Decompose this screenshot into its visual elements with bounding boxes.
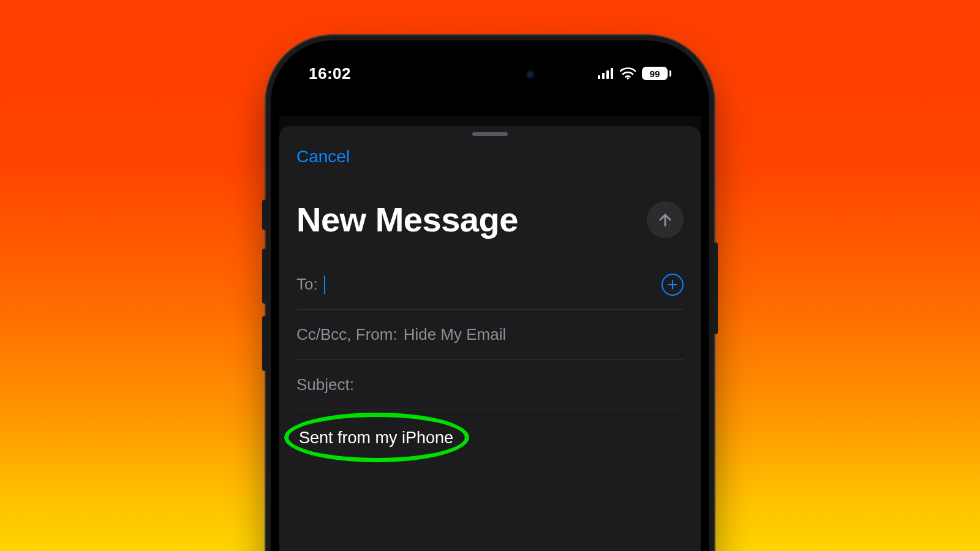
sheet-grabber[interactable]	[472, 132, 508, 136]
battery-icon: 99	[642, 67, 671, 80]
to-field[interactable]: To:	[296, 260, 684, 310]
plus-icon	[666, 279, 679, 291]
message-body[interactable]: Sent from my iPhone	[296, 410, 684, 449]
send-button[interactable]	[647, 201, 684, 238]
dynamic-island	[432, 60, 548, 91]
status-icons: 99	[598, 67, 671, 80]
svg-rect-1	[602, 73, 605, 79]
compose-title: New Message	[296, 200, 518, 239]
subject-field[interactable]: Subject:	[296, 360, 684, 410]
volume-up-button[interactable]	[262, 249, 267, 304]
compose-sheet: Cancel New Message To:	[279, 126, 701, 551]
cellular-icon	[598, 68, 614, 79]
cc-bcc-from-field[interactable]: Cc/Bcc, From: Hide My Email	[296, 310, 684, 360]
power-button[interactable]	[713, 242, 718, 334]
to-label: To:	[296, 275, 318, 294]
front-camera-icon	[526, 70, 536, 80]
subject-label: Subject:	[296, 375, 354, 394]
text-cursor	[324, 276, 325, 294]
svg-rect-0	[598, 75, 600, 79]
svg-rect-3	[611, 68, 613, 79]
arrow-up-icon	[657, 211, 674, 228]
phone-frame: 16:02	[266, 36, 714, 551]
signature-text[interactable]: Sent from my iPhone	[299, 429, 453, 447]
screen: 16:02	[279, 49, 701, 551]
volume-down-button[interactable]	[262, 316, 267, 371]
from-value: Hide My Email	[404, 325, 507, 344]
battery-level: 99	[642, 67, 668, 80]
status-time: 16:02	[309, 64, 351, 83]
svg-point-4	[627, 77, 629, 80]
wifi-icon	[620, 67, 636, 80]
cancel-button[interactable]: Cancel	[296, 147, 350, 167]
cc-bcc-from-label: Cc/Bcc, From:	[296, 325, 398, 344]
svg-rect-2	[606, 70, 609, 79]
mute-switch[interactable]	[262, 200, 267, 230]
add-contact-button[interactable]	[662, 274, 684, 296]
